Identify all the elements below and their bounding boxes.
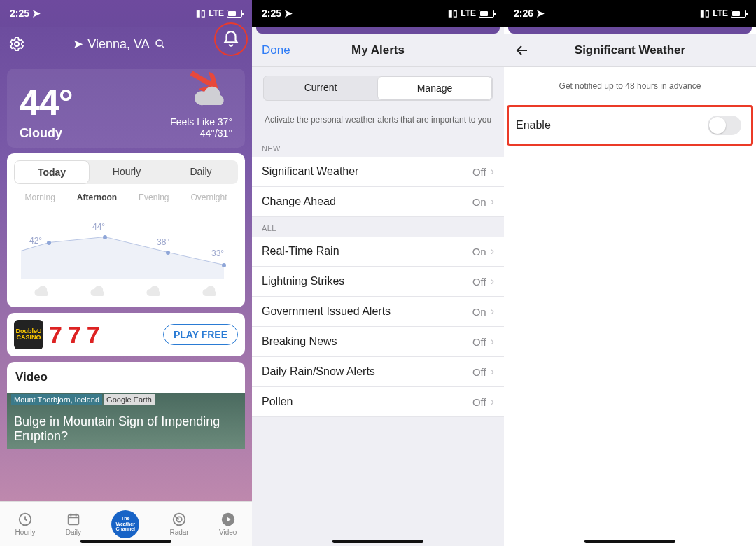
video-section-heading: Video [7, 362, 245, 393]
chevron-right-icon: › [491, 335, 494, 348]
home-logo-icon: The Weather Channel [111, 510, 139, 538]
svg-point-5 [222, 263, 226, 267]
spark-temp-3: 33° [211, 248, 224, 258]
enable-row[interactable]: Enable [507, 105, 753, 146]
navbar: Significant Weather [504, 34, 756, 67]
segment-hourly[interactable]: Hourly [90, 160, 164, 184]
calendar-icon [66, 512, 81, 527]
daypart-evening[interactable]: Evening [139, 192, 169, 202]
location-selector[interactable]: ➤ Vienna, VA [31, 36, 209, 52]
location-arrow-icon: ➤ [284, 8, 293, 19]
segment-today[interactable]: Today [14, 160, 90, 184]
svg-point-1 [156, 40, 162, 46]
page-title: Significant Weather [504, 43, 756, 57]
cloud-moon-icon [200, 285, 220, 298]
clock-icon [18, 512, 33, 527]
signal-icon: ▮▯ [700, 8, 710, 18]
annotation-circle [214, 22, 248, 56]
status-time: 2:25 [262, 8, 281, 19]
chevron-right-icon: › [491, 275, 494, 288]
current-conditions-card[interactable]: 44° Cloudy Feels Like 37° 44°/31° [7, 69, 245, 148]
enable-label: Enable [516, 119, 551, 132]
daypart-overnight[interactable]: Overnight [190, 192, 227, 202]
daypart-morning[interactable]: Morning [24, 192, 55, 202]
tab-daily[interactable]: Daily [66, 512, 81, 536]
network-label: LTE [209, 8, 224, 18]
tab-radar[interactable]: Radar [169, 512, 188, 536]
alert-row-realtime-rain[interactable]: Real-Time RainOn› [252, 237, 504, 267]
chevron-right-icon: › [491, 365, 494, 378]
phone-significant-weather: 2:26➤ ▮▯ LTE Significant Weather Get not… [504, 0, 756, 546]
home-indicator[interactable] [584, 540, 676, 543]
video-location-tag: Mount Thorbjorn, Iceland [11, 394, 102, 405]
feels-like: Feels Like 37° [170, 116, 232, 127]
sheet-backdrop [508, 27, 752, 34]
alert-row-lightning[interactable]: Lightning StrikesOff› [252, 267, 504, 297]
battery-icon [479, 10, 494, 18]
sheet-backdrop [256, 27, 500, 34]
phone-my-alerts: 2:25➤ ▮▯ LTE Done My Alerts Current Mana… [252, 0, 504, 546]
location-arrow-icon: ➤ [73, 36, 83, 52]
svg-point-3 [103, 235, 107, 239]
segment-manage[interactable]: Manage [377, 76, 492, 100]
alert-row-government[interactable]: Government Issued AlertsOn› [252, 297, 504, 327]
slot-seven-icon: 7 [87, 321, 100, 349]
spark-temp-1: 44° [92, 222, 105, 232]
temp-sparkline: 42° 44° 38° 33° [14, 209, 238, 279]
done-button[interactable]: Done [262, 43, 290, 57]
helper-text: Activate the personal weather alerts tha… [252, 112, 504, 137]
chevron-right-icon: › [491, 245, 494, 258]
daypart-afternoon[interactable]: Afternoon [77, 192, 117, 202]
network-label: LTE [713, 8, 728, 18]
chevron-right-icon: › [491, 195, 494, 208]
network-label: LTE [461, 8, 476, 18]
navbar: Done My Alerts [252, 34, 504, 67]
chevron-right-icon: › [491, 396, 494, 408]
hi-lo-temps: 44°/31° [170, 127, 232, 139]
battery-icon [731, 10, 746, 18]
enable-toggle[interactable] [708, 115, 741, 135]
status-bar: 2:26➤ ▮▯ LTE [504, 0, 756, 27]
daypart-row: Morning Afternoon Evening Overnight [14, 192, 238, 202]
spark-temp-2: 38° [157, 237, 169, 247]
alerts-segment: Current Manage [263, 76, 493, 101]
tab-video[interactable]: Video [219, 512, 237, 536]
home-indicator[interactable] [332, 540, 424, 543]
forecast-card: Today Hourly Daily Morning Afternoon Eve… [7, 153, 245, 307]
tab-hourly[interactable]: Hourly [15, 512, 36, 536]
video-source-tag: Google Earth [104, 394, 155, 405]
svg-point-2 [47, 241, 51, 245]
section-all: ALL [252, 217, 504, 237]
status-bar: 2:25➤ ▮▯ LTE [252, 0, 504, 27]
slot-seven-icon: 7 [49, 321, 62, 349]
segment-daily[interactable]: Daily [164, 160, 238, 184]
alert-row-breaking-news[interactable]: Breaking NewsOff› [252, 327, 504, 357]
alert-row-significant-weather[interactable]: Significant Weather Off › [252, 157, 504, 187]
segment-current[interactable]: Current [264, 76, 377, 100]
cloud-icon [32, 285, 52, 298]
svg-rect-7 [69, 515, 79, 525]
location-arrow-icon: ➤ [536, 8, 545, 19]
ad-cta-button[interactable]: PLAY FREE [163, 324, 238, 345]
alerts-list-new: Significant Weather Off › Change Ahead O… [252, 157, 504, 217]
condition-cloud-icon [193, 84, 230, 108]
ad-banner[interactable]: DoubleU CASINO 7 7 7 PLAY FREE [7, 313, 245, 356]
alert-row-change-ahead[interactable]: Change Ahead On › [252, 187, 504, 217]
app-header: ➤ Vienna, VA ➔ [0, 27, 252, 63]
status-time: 2:26 [514, 8, 533, 19]
spark-temp-0: 42° [29, 236, 42, 246]
alert-row-daily-rain-snow[interactable]: Daily Rain/Snow AlertsOff› [252, 357, 504, 387]
home-indicator[interactable] [80, 540, 172, 543]
search-icon[interactable] [154, 38, 167, 50]
settings-gear-icon[interactable] [8, 36, 25, 52]
forecast-segment: Today Hourly Daily [14, 160, 238, 184]
chevron-right-icon: › [491, 305, 494, 318]
signal-icon: ▮▯ [448, 8, 458, 18]
video-card[interactable]: Video Mount Thorbjorn, IcelandGoogle Ear… [7, 362, 245, 449]
alert-row-pollen[interactable]: PollenOff› [252, 387, 504, 417]
ad-app-icon: DoubleU CASINO [14, 320, 43, 349]
video-thumbnail[interactable]: Mount Thorbjorn, IcelandGoogle Earth Bul… [7, 393, 245, 449]
tab-home[interactable]: The Weather Channel [111, 510, 139, 538]
video-title: Bulge in Mountain Sign of Impending Erup… [14, 414, 238, 444]
alerts-bell-icon[interactable] [222, 30, 240, 48]
